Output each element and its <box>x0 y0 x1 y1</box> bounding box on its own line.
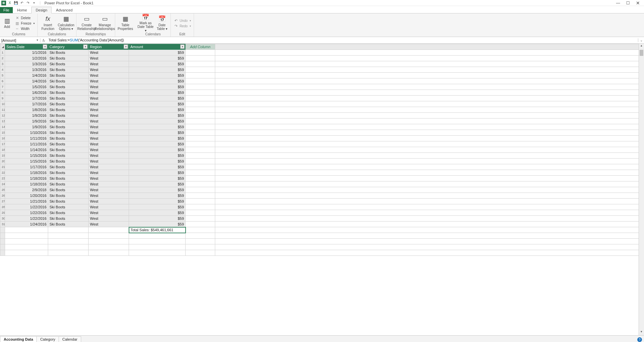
cell-amount[interactable]: $59 <box>129 153 186 159</box>
cell-region[interactable]: West <box>89 159 129 164</box>
cell-region[interactable]: West <box>89 147 129 153</box>
formula-expand-icon[interactable]: ⌄ <box>638 38 644 42</box>
col-header-sales-date[interactable]: Sales.Date▾ <box>5 44 48 50</box>
cell-sales-date[interactable]: 1/18/2016 <box>5 176 48 181</box>
table-row[interactable]: 41/3/2016Ski BootsWest$59 <box>0 67 644 73</box>
cell-category[interactable]: Ski Boots <box>48 221 89 227</box>
cell-region[interactable]: West <box>89 124 129 130</box>
cell-amount[interactable]: $59 <box>129 193 186 199</box>
cell-amount[interactable]: $59 <box>129 159 186 164</box>
vertical-scrollbar[interactable]: ▴ ▾ <box>639 44 644 335</box>
cell-amount[interactable]: $59 <box>129 61 186 67</box>
cell-empty[interactable] <box>186 136 215 141</box>
cell-sales-date[interactable]: 1/7/2016 <box>5 101 48 107</box>
cell-region[interactable]: West <box>89 164 129 170</box>
cell-amount[interactable]: $59 <box>129 130 186 136</box>
table-row[interactable]: 311/24/2016Ski BootsWest$59 <box>0 221 644 227</box>
cell-sales-date[interactable]: 1/11/2016 <box>5 136 48 141</box>
cell-sales-date[interactable]: 1/22/2016 <box>5 204 48 210</box>
redo-button[interactable]: ↷Redo▾ <box>173 24 192 29</box>
cell-region[interactable]: West <box>89 90 129 96</box>
sheet-tab-accounting-data[interactable]: Accounting Data <box>0 336 37 342</box>
cell-sales-date[interactable]: 1/3/2016 <box>5 61 48 67</box>
cell-sales-date[interactable]: 1/15/2016 <box>5 153 48 159</box>
scroll-down-icon[interactable]: ▾ <box>639 330 644 335</box>
cell-region[interactable]: West <box>89 187 129 193</box>
scroll-thumb[interactable] <box>640 50 643 56</box>
cell-category[interactable]: Ski Boots <box>48 181 89 187</box>
row-header[interactable]: 18 <box>0 147 5 153</box>
filter-icon[interactable]: ▾ <box>43 44 47 49</box>
cell-sales-date[interactable]: 1/22/2016 <box>5 210 48 216</box>
cell-sales-date[interactable]: 1/2/2016 <box>5 56 48 61</box>
table-row[interactable]: 201/15/2016Ski BootsWest$59 <box>0 159 644 164</box>
cell-category[interactable]: Ski Boots <box>48 153 89 159</box>
cell-empty[interactable] <box>186 96 215 101</box>
cell-category[interactable]: Ski Boots <box>48 159 89 164</box>
row-header[interactable]: 13 <box>0 118 5 124</box>
cell-region[interactable]: West <box>89 204 129 210</box>
cell-amount[interactable]: $59 <box>129 84 186 90</box>
table-row[interactable]: 241/18/2016Ski BootsWest$59 <box>0 181 644 187</box>
row-header[interactable]: 14 <box>0 124 5 130</box>
cell-empty[interactable] <box>186 159 215 164</box>
cell-region[interactable]: West <box>89 67 129 73</box>
table-row[interactable]: 91/7/2016Ski BootsWest$59 <box>0 96 644 101</box>
select-all-corner[interactable]: ◢ <box>0 44 5 50</box>
row-header[interactable]: 3 <box>0 61 5 67</box>
row-header[interactable]: 5 <box>0 73 5 78</box>
cell-amount[interactable]: $59 <box>129 118 186 124</box>
cell-category[interactable]: Ski Boots <box>48 176 89 181</box>
sheet-tab-calendar[interactable]: Calendar <box>59 336 81 342</box>
cell-category[interactable]: Ski Boots <box>48 204 89 210</box>
row-header[interactable]: 27 <box>0 199 5 204</box>
cell-sales-date[interactable]: 1/9/2016 <box>5 118 48 124</box>
col-header-category[interactable]: Category▾ <box>48 44 89 50</box>
cell-region[interactable]: West <box>89 96 129 101</box>
table-properties-button[interactable]: ▦ TableProperties <box>117 14 133 32</box>
width-button[interactable]: ↔Width <box>14 26 35 31</box>
cell-empty[interactable] <box>186 199 215 204</box>
cell-category[interactable]: Ski Boots <box>48 84 89 90</box>
date-table-button[interactable]: 📅 DateTable ▾ <box>156 14 168 32</box>
cell-empty[interactable] <box>186 78 215 84</box>
cell-category[interactable]: Ski Boots <box>48 107 89 113</box>
maximize-button[interactable]: ☐ <box>626 1 630 5</box>
cell-empty[interactable] <box>186 90 215 96</box>
table-row[interactable]: 151/10/2016Ski BootsWest$59 <box>0 130 644 136</box>
redo-icon[interactable]: ↷ <box>26 1 30 5</box>
row-header[interactable]: 29 <box>0 210 5 216</box>
cell-category[interactable]: Ski Boots <box>48 118 89 124</box>
table-row[interactable]: 261/20/2016Ski BootsWest$59 <box>0 193 644 199</box>
cell-sales-date[interactable]: 1/18/2016 <box>5 181 48 187</box>
cell-category[interactable]: Ski Boots <box>48 124 89 130</box>
cell-sales-date[interactable]: 1/17/2016 <box>5 164 48 170</box>
cell-sales-date[interactable]: 2/9/2018 <box>5 187 48 193</box>
table-row[interactable]: 271/21/2016Ski BootsWest$59 <box>0 199 644 204</box>
row-header[interactable]: 12 <box>0 113 5 118</box>
cell-empty[interactable] <box>186 170 215 176</box>
freeze-button[interactable]: ▥Freeze▾ <box>14 21 35 26</box>
row-header[interactable]: 11 <box>0 107 5 113</box>
cell-sales-date[interactable]: 1/21/2016 <box>5 199 48 204</box>
row-header[interactable]: 10 <box>0 101 5 107</box>
cell-empty[interactable] <box>186 118 215 124</box>
cell-sales-date[interactable]: 1/1/2016 <box>5 50 48 56</box>
row-header[interactable]: 2 <box>0 56 5 61</box>
cell-amount[interactable]: $59 <box>129 50 186 56</box>
table-row[interactable]: 281/22/2016Ski BootsWest$59 <box>0 204 644 210</box>
table-row[interactable]: 161/11/2016Ski BootsWest$59 <box>0 136 644 141</box>
cell-category[interactable]: Ski Boots <box>48 90 89 96</box>
delete-button[interactable]: ✕Delete <box>14 15 35 21</box>
cell-category[interactable]: Ski Boots <box>48 78 89 84</box>
cell-sales-date[interactable]: 1/9/2016 <box>5 124 48 130</box>
undo-icon[interactable]: ↶ <box>20 1 24 5</box>
add-column-button[interactable]: ▥ Add <box>2 14 12 32</box>
cell-amount[interactable]: $59 <box>129 147 186 153</box>
cell-sales-date[interactable]: 1/9/2016 <box>5 113 48 118</box>
cell-empty[interactable] <box>186 221 215 227</box>
cell-category[interactable]: Ski Boots <box>48 147 89 153</box>
help-icon[interactable]: ? <box>637 337 642 342</box>
cell-sales-date[interactable]: 1/22/2016 <box>5 216 48 221</box>
cell-category[interactable]: Ski Boots <box>48 101 89 107</box>
